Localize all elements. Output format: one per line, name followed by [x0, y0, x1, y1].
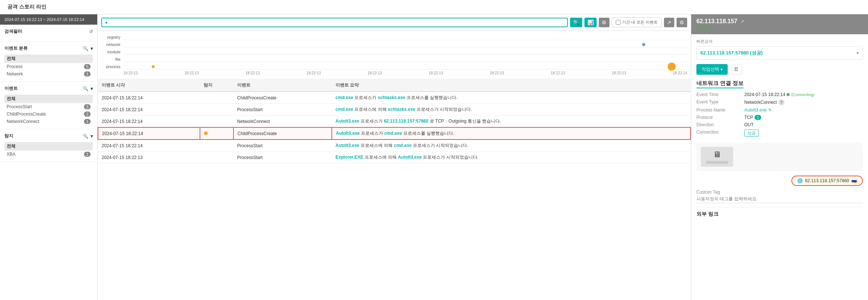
- cell-summary: cmd.exe 프로세스가 schtasks.exe 프로세스를 실행했습니다.: [332, 92, 690, 104]
- table-row[interactable]: 2024-07-15 18:22:14 ProcessStart cmd.exe…: [98, 104, 690, 116]
- highlight-1: AutoIt3.exe: [335, 143, 359, 148]
- sidebar-item-event-processstart[interactable]: ProcessStart 3: [4, 103, 93, 110]
- time-tick-10: 18:22:14: [673, 71, 687, 75]
- sidebar-item-detection-all[interactable]: 전체: [4, 142, 93, 151]
- process-name-edit-icon[interactable]: ✎: [768, 107, 772, 113]
- search-input[interactable]: [110, 20, 564, 25]
- event-search-icon[interactable]: 🔍: [83, 86, 88, 91]
- detection-section: 탐지 🔍 ▾ 전체 XBA 1: [0, 129, 97, 162]
- detection-search-icon[interactable]: 🔍: [83, 134, 88, 139]
- config-button[interactable]: ⚙: [677, 18, 687, 27]
- chevron-down-icon: ▾: [857, 50, 859, 56]
- cell-time: 2024-07-15 18:22:14: [98, 140, 200, 152]
- cell-summary: cmd.exe 프로세스에 의해 schtasks.exe 프로세스가 시작되었…: [332, 104, 690, 116]
- network-info-title-row: 네트워크 연결 정보: [696, 80, 863, 88]
- timeline-area: registry network module file: [98, 31, 691, 79]
- event-type-key: Event Type: [696, 99, 741, 105]
- event-section: 이벤트 🔍 ▾ 전체 ProcessStart 3 ChildProcessCr…: [0, 82, 97, 129]
- all-events-checkbox[interactable]: [616, 20, 621, 25]
- highlight-1: cmd.exe: [335, 95, 353, 100]
- event-childprocesscreate-label: ChildProcessCreate: [7, 112, 46, 117]
- table-row-highlighted[interactable]: 2024-07-15 18:22:14 ChildProcessCreate A…: [98, 127, 690, 140]
- detection-xba-badge: 1: [84, 152, 91, 157]
- highlight-1: cmd.exe: [335, 107, 353, 112]
- sidebar-item-event-class-process[interactable]: Process 5: [4, 63, 93, 70]
- event-type-help-icon[interactable]: ?: [779, 99, 784, 105]
- network-info-section: 네트워크 연결 정보 Event Time 2024-07-15 18:22:1…: [696, 80, 863, 137]
- sidebar-item-event-networkconnect[interactable]: NetworkConnect 1: [4, 118, 93, 125]
- detection-header: 탐지 🔍 ▾: [4, 133, 93, 139]
- all-events-button[interactable]: 기간 내 모든 이벤트: [612, 17, 662, 27]
- event-class-network-badge: 1: [84, 71, 91, 77]
- chart-button[interactable]: 📊: [584, 18, 597, 27]
- search-button[interactable]: 🔍: [570, 18, 582, 27]
- connecting-label: (Connecting): [791, 92, 814, 97]
- connection-select[interactable]: 62.113.118.157:57860 (성공) ▾: [696, 46, 863, 60]
- event-all-label: 전체: [7, 96, 15, 102]
- events-table-area: 이벤트 시각 탐지 이벤트 이벤트 요약 2024-07-15 18:22:14…: [98, 79, 691, 300]
- table-row[interactable]: 2024-07-15 18:22:14 NetworkConnect AutoI…: [98, 116, 690, 128]
- cell-time: 2024-07-15 18:22:14: [98, 104, 200, 116]
- sidebar-item-event-all[interactable]: 전체: [4, 95, 93, 103]
- action-select-button[interactable]: 작업선택 ▾: [696, 64, 728, 75]
- event-dropdown-icon[interactable]: ▾: [91, 86, 93, 91]
- quick-search-label: 빠른검색: [696, 39, 863, 44]
- connection-key: Connection: [696, 130, 741, 137]
- event-class-search-icon[interactable]: 🔍: [83, 46, 88, 51]
- timeline-label-file: file: [101, 57, 123, 61]
- timeline-time-axis: 18:22:13 18:22:13 18:22:13 18:22:13 18:2…: [101, 71, 687, 75]
- sidebar-item-detection-xba[interactable]: XBA 1: [4, 151, 93, 158]
- dropdown-arrow-icon: ▾: [721, 67, 723, 71]
- col-header-time: 이벤트 시각: [98, 79, 200, 92]
- page-title: 공격 스토리 라인: [7, 4, 46, 10]
- cell-detection: [200, 104, 233, 116]
- timeline-row-module: module: [101, 49, 687, 55]
- sidebar-item-event-class-network[interactable]: Network 1: [4, 70, 93, 78]
- refresh-icon[interactable]: ↺: [89, 29, 93, 34]
- calendar-button[interactable]: 🗓: [731, 64, 742, 74]
- tcp-badge: 1: [755, 115, 761, 120]
- sidebar-item-event-class-all[interactable]: 전체: [4, 54, 93, 63]
- network-info-title: 네트워크 연결 정보: [696, 80, 744, 88]
- custom-tag-area: Custom Tag: [696, 190, 863, 203]
- ip-badge: 🌐 62.113.118.157:57860 🇷🇺: [791, 176, 863, 186]
- highlight-1: AutoIt3.exe: [336, 131, 360, 136]
- search-filter-section: 검색필터 ↺: [0, 25, 97, 42]
- table-row[interactable]: 2024-07-15 18:22:13 ProcessStart Explore…: [98, 152, 690, 163]
- ext-link-icon[interactable]: ↗: [740, 19, 744, 24]
- event-class-process-label: Process: [7, 64, 22, 69]
- timeline-track-module: [123, 49, 687, 55]
- timeline-label-module: module: [101, 50, 123, 54]
- settings-button[interactable]: ⚙: [599, 18, 609, 27]
- cell-event: ProcessStart: [233, 140, 332, 152]
- event-class-label: 이벤트 분류: [4, 45, 28, 52]
- table-row[interactable]: 2024-07-15 18:22:14 ChildProcessCreate c…: [98, 92, 690, 104]
- info-grid: Event Time 2024-07-15 18:22:14 (Connecti…: [696, 92, 863, 137]
- cell-summary: AutoIt3.exe 프로세스가 62.113.118.157:57860 로…: [332, 116, 690, 128]
- event-class-dropdown-icon[interactable]: ▾: [91, 46, 93, 51]
- cell-detection: [200, 116, 233, 128]
- event-class-actions: 🔍 ▾: [83, 46, 93, 51]
- sidebar-item-event-childprocesscreate[interactable]: ChildProcessCreate 2: [4, 110, 93, 118]
- event-header: 이벤트 🔍 ▾: [4, 85, 93, 92]
- time-tick-9: 18:22:13: [612, 71, 626, 75]
- outgoing-label: outgoing: [696, 25, 863, 31]
- detection-dropdown-icon[interactable]: ▾: [91, 134, 93, 139]
- direction-val: OUT: [744, 122, 863, 127]
- event-type-val: NetworkConnect ?: [744, 99, 863, 105]
- title-bar: 공격 스토리 라인: [0, 0, 868, 14]
- table-row[interactable]: 2024-07-15 18:22:14 ProcessStart AutoIt3…: [98, 140, 690, 152]
- event-class-network-label: Network: [7, 71, 23, 77]
- process-name-text: AutoIt3.exe: [744, 107, 767, 113]
- custom-tag-input[interactable]: [696, 195, 863, 203]
- globe-icon: 🌐: [797, 178, 803, 183]
- time-tick-2: 18:22:13: [185, 71, 199, 75]
- share-button[interactable]: ↗: [664, 18, 674, 27]
- detection-all-label: 전체: [7, 143, 15, 149]
- timeline-label-network: network: [101, 42, 123, 47]
- event-class-header: 이벤트 분류 🔍 ▾: [4, 45, 93, 52]
- source-node-label: [706, 161, 728, 164]
- connection-badge: 성공: [744, 130, 759, 137]
- event-networkconnect-label: NetworkConnect: [7, 119, 39, 124]
- process-name-key: Process Name: [696, 107, 741, 113]
